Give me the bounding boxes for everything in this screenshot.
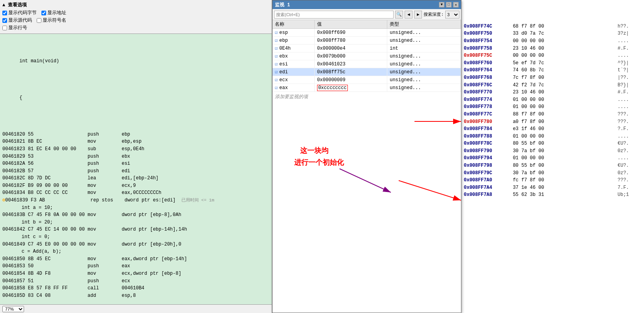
cb-show-addr-input[interactable] [41,11,46,15]
col-type: 类型 [387,20,461,29]
memory-row: 0x008FF784 e3 1f 46 00 ?.F. [464,125,642,133]
watch-checkbox-icon: ☑ [275,38,278,43]
watch-row[interactable]: ☑edi0x008ff75cunsigned... [273,68,461,76]
watch-row[interactable]: ☑esi0x00461023unsigned... [273,60,461,68]
memory-chars: €U?. [618,140,629,147]
code-line: 00461850 8B 45 EC mov eax,dword ptr [ebp… [2,255,269,263]
memory-address: 0x008FF7A4 [464,184,507,192]
restore-button[interactable]: □ [446,2,452,7]
close-button[interactable]: ✕ [453,2,459,7]
watch-cell-type: unsigned... [387,29,461,37]
memory-area: 0x008FF74C 68 f7 8f 00 h??.0x008FF750 33… [461,0,644,313]
memory-chars: .... [618,155,629,162]
watch-cell-name: ☑0E4h [273,45,314,52]
watch-row[interactable]: ☑esp0x008ff690unsigned... [273,29,461,37]
memory-row: 0x008FF764 74 60 8b 7c t`?| [464,67,642,74]
memory-chars: ???. [618,118,629,126]
memory-chars: #.F. [618,89,629,96]
memory-bytes: 01 00 00 00 [507,155,618,162]
cb-show-symbol-input[interactable] [37,18,41,23]
code-line: 0046185D 83 C4 08 add esp,8 [2,292,269,300]
nav-back-button[interactable]: ◀ [405,11,413,19]
nav-forward-button[interactable]: ▶ [414,11,422,19]
memory-chars: €U?. [618,162,629,170]
watch-row[interactable]: ☑0E4h0x000000e4int [273,45,461,52]
add-watch-label[interactable]: 添加要监视的项 [273,92,461,102]
memory-address: 0x008FF790 [464,147,507,155]
memory-address: 0x008FF774 [464,96,507,104]
memory-bytes: 33 d0 7a 7c [507,30,618,37]
watch-cell-name: ☑esi [273,60,314,68]
search-icon[interactable]: 🔍 [395,11,403,19]
watch-window: 监视 1 ▼ □ ✕ 🔍 ◀ ▶ 搜索深度: 1 2 3 4 5 名称 值 类型 [272,0,461,313]
cb-show-lineno[interactable]: 显示行号 [2,24,27,31]
memory-chars: ???. [618,177,629,184]
code-line: 00461842 C7 45 EC 14 00 00 00 mov dword … [2,226,269,233]
minimize-button[interactable]: ▼ [439,2,444,7]
memory-bytes: 5e ef 7d 7c [507,60,618,67]
watch-cell-type: unsigned... [387,60,461,68]
cb-show-source-input[interactable] [2,18,7,23]
memory-address: 0x008FF784 [464,125,507,133]
memory-chars: .... [618,52,629,60]
code-brace-open: { [2,87,269,109]
watch-row[interactable]: ☑ecx0x00000009unsigned... [273,76,461,84]
watch-cell-name: ☑eax [273,84,314,92]
svg-line-5 [340,169,391,192]
view-options-title: ▲ 查看选项 [2,2,269,8]
cb-show-symbol[interactable]: 显示符号名 [37,17,66,24]
memory-chars: 3?z| [618,30,629,37]
svg-text:进行一个初始化: 进行一个初始化 [294,158,344,166]
watch-cell-value: 0x008ff780 [314,37,387,45]
code-line: ⊙00461839 F3 AB rep stos dword ptr es:[e… [2,197,269,204]
watch-row[interactable]: ☑eax0xccccccccunsigned... [273,84,461,92]
memory-address: 0x008FF788 [464,133,507,140]
memory-row: 0x008FF7A0 fc f7 8f 00 ???. [464,177,642,184]
memory-row: 0x008FF77C 88 f7 8f 00 ???. [464,111,642,118]
memory-row: 0x008FF750 33 d0 7a 7c 3?z| [464,30,642,37]
memory-bytes: 00 00 00 00 [507,52,618,60]
memory-row: 0x008FF760 5e ef 7d 7c ^?}| [464,60,642,67]
value-boxed: 0xcccccccc [317,85,348,91]
code-line: 0046182A 56 push esi [2,160,269,168]
cb-show-bytes[interactable]: 显示代码字节 [2,9,37,16]
memory-address: 0x008FF798 [464,162,507,170]
cb-show-addr[interactable]: 显示地址 [41,9,66,16]
watch-cell-name: ☑esp [273,29,314,37]
memory-address: 0x008FF79C [464,170,507,177]
memory-chars: ???. [618,111,629,118]
watch-row[interactable]: ☑ebx0x0079b000unsigned... [273,52,461,60]
watch-row[interactable]: ☑ebp0x008ff780unsigned... [273,37,461,45]
watch-cell-value: 0x000000e4 [314,45,387,52]
search-input[interactable] [274,11,394,19]
watch-cell-value: 0x00000009 [314,76,387,84]
zoom-select[interactable]: 50% 60% 70% 77% 80% 90% 100% [2,306,24,312]
cb-show-lineno-input[interactable] [2,26,7,30]
memory-chars: |??. [618,74,629,82]
annotation-arrows: 这一块均 进行一个初始化 [273,102,461,220]
memory-chars: 7.F. [618,184,629,192]
search-depth-label: 搜索深度: [424,11,444,17]
memory-chars: .... [618,103,629,111]
watch-checkbox-icon: ☑ [275,77,278,83]
cb-show-bytes-input[interactable] [2,11,7,15]
memory-row: 0x008FF75C 00 00 00 00 .... [464,52,642,60]
memory-address: 0x008FF76C [464,82,507,89]
watch-toolbar: 🔍 ◀ ▶ 搜索深度: 1 2 3 4 5 [273,9,461,20]
memory-row: 0x008FF790 30 7a bf 00 0z?. [464,147,642,155]
cb-show-source[interactable]: 显示源代码 [2,17,32,24]
watch-checkbox-icon: ☑ [275,46,278,51]
memory-chars: .... [618,133,629,140]
memory-row: 0x008FF798 80 55 bf 00 €U?. [464,162,642,170]
svg-line-6 [399,181,461,200]
code-line: 00461853 50 push eax [2,263,269,270]
memory-bytes: 23 10 46 00 [507,45,618,52]
memory-row: 0x008FF7A4 37 1e 46 00 7.F. [464,184,642,192]
watch-cell-value: 0x00461023 [314,60,387,68]
code-line: 00461858 E8 57 F8 FF FF call 004610B4 [2,285,269,292]
code-header: int main(void) [2,50,269,72]
search-depth-select[interactable]: 1 2 3 4 5 [445,11,459,19]
memory-bytes: 01 00 00 00 [507,96,618,104]
memory-bytes: 55 62 3b 31 [507,191,618,199]
memory-row: 0x008FF794 01 00 00 00 .... [464,155,642,162]
